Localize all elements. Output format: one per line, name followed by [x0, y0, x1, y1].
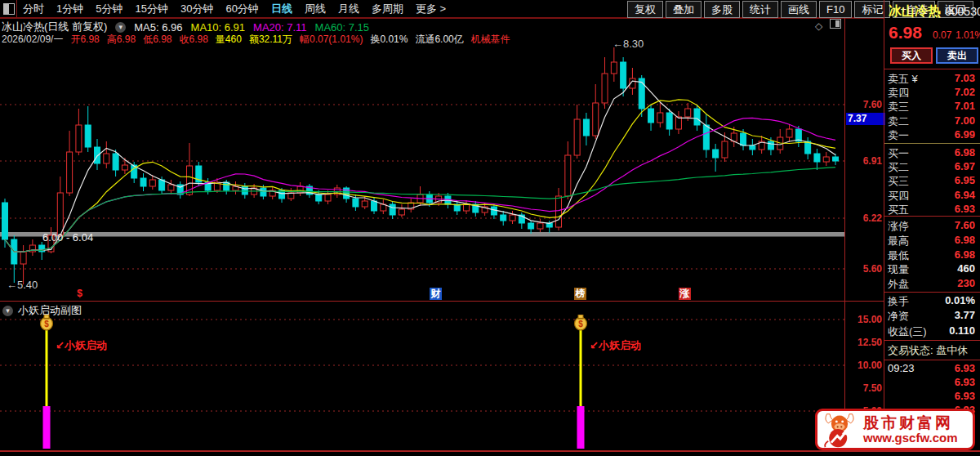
row-label: 收益(三)	[888, 324, 927, 339]
period-tab[interactable]: 5分钟	[96, 2, 122, 16]
toolbar-divider	[16, 0, 17, 17]
stock-name: 冰山冷热	[889, 3, 941, 20]
signal-label: ↙小妖启动	[590, 338, 641, 353]
sidebar-divider4	[884, 340, 980, 341]
period-tab[interactable]: 多周期	[372, 2, 403, 16]
chart-marker[interactable]: 财	[430, 288, 442, 300]
ma-values: MA5: 6.96MA10: 6.91MA20: 7.11MA60: 7.15	[134, 21, 369, 34]
row-value: 6.98	[955, 146, 975, 159]
row-label: 买三	[888, 174, 909, 189]
row-value: 6.95	[955, 174, 975, 186]
period-tab[interactable]: 更多 >	[416, 2, 446, 16]
chart-marker[interactable]: 榜	[574, 288, 586, 300]
indicator-axis-label: 7.50	[846, 382, 882, 394]
sidebar-divider	[884, 69, 980, 69]
tick-row: 6.93	[888, 376, 975, 389]
bull-icon	[821, 411, 858, 449]
stat-row: 最高6.98	[888, 234, 975, 247]
price-axis-label: 6.91	[846, 155, 882, 167]
period-tab[interactable]: 30分钟	[180, 2, 213, 16]
ma-value: MA5: 6.96	[134, 21, 182, 34]
indicator-axis-label: 10.00	[846, 360, 882, 371]
row-value: 6.97	[955, 160, 975, 172]
row-label: 买四	[888, 189, 909, 203]
ask-row: 卖二7.00	[888, 114, 975, 127]
period-tab[interactable]: 日线	[271, 2, 292, 16]
period-tab[interactable]: 周线	[305, 2, 326, 16]
row-value: 7.00	[955, 114, 975, 127]
ma-value: MA20: 7.11	[253, 21, 307, 34]
toolbar-button[interactable]: 叠加	[666, 1, 702, 18]
stat-row: 涨停7.60	[888, 219, 975, 232]
stat-row: 现量460	[888, 262, 975, 275]
row-value: 460	[957, 262, 975, 275]
row-value: 6.94	[955, 189, 975, 201]
site-logo: 股市财富网 www.gscfw.com	[815, 409, 975, 450]
bid-row: 买二6.97	[888, 160, 975, 173]
collapse-chevron-icon[interactable]: ▾	[115, 22, 126, 33]
price-axis-label: 6.22	[846, 212, 882, 224]
row-label: 现量	[888, 262, 909, 277]
price-cursor-label: 7.37	[846, 113, 885, 125]
row-label: 最高	[888, 234, 909, 248]
ask-row: 卖一6.99	[888, 128, 975, 141]
period-tab[interactable]: 月线	[338, 2, 359, 16]
period-tab[interactable]: 1分钟	[56, 2, 83, 16]
svg-text:$: $	[578, 320, 583, 329]
price-axis-label: 5.60	[846, 263, 882, 275]
bottom-border	[0, 450, 980, 452]
row-label: 换手	[888, 294, 909, 309]
stat-row: 最低6.98	[888, 248, 975, 262]
row-value: 0.01%	[945, 294, 975, 306]
logo-url[interactable]: www.gscfw.com	[863, 431, 958, 445]
sidebar-divider3	[884, 292, 980, 293]
row-label: 买一	[888, 146, 909, 161]
book-mid-divider	[884, 143, 980, 144]
last-price: 6.98	[889, 23, 922, 42]
period-tabs: 分时1分钟5分钟15分钟30分钟60分钟日线周线月线多周期更多 >	[23, 0, 446, 17]
period-tab[interactable]: 分时	[23, 2, 44, 16]
chart-marker[interactable]: 涨	[679, 288, 691, 300]
sidebar-divider2	[884, 216, 980, 217]
row-label: 09:23	[888, 362, 915, 374]
pane-layout-icon[interactable]	[830, 19, 841, 29]
buy-button[interactable]: 买入	[890, 47, 933, 64]
toolbar-button[interactable]: 复权	[627, 1, 663, 18]
row-label: 卖一	[888, 128, 909, 143]
stat-row: 外盘230	[888, 277, 975, 290]
row-value: 3.77	[955, 309, 975, 321]
ask-row: 卖三7.01	[888, 100, 975, 113]
indicator-chart[interactable]: $$	[0, 315, 844, 450]
indicator-axis-label: 12.50	[846, 337, 882, 348]
sidebar-divider5	[884, 360, 980, 360]
panel-divider[interactable]	[0, 301, 884, 302]
row-value: 7.03	[955, 72, 975, 84]
row-label: 卖四	[888, 86, 909, 101]
period-tab[interactable]: 15分钟	[135, 2, 167, 16]
price-change: 0.07	[933, 29, 951, 41]
price-axis-label: 7.60	[846, 99, 882, 110]
toolbar-button[interactable]: 统计	[742, 1, 778, 18]
sidebar-left-border	[884, 0, 884, 450]
toolbar-button[interactable]: 画线	[781, 1, 817, 18]
bid-row: 买四6.94	[888, 189, 975, 202]
toolbar-button[interactable]: 标记	[854, 1, 890, 18]
ma-value: MA60: 7.15	[315, 21, 370, 34]
row-value: 6.98	[955, 234, 975, 246]
ma-value: MA10: 6.91	[191, 21, 246, 34]
bid-row: 买一6.98	[888, 146, 975, 159]
sell-button[interactable]: 卖出	[936, 47, 978, 64]
row-value: 6.93	[955, 376, 975, 388]
split-view-icon[interactable]	[3, 3, 15, 15]
toolbar-button[interactable]: F10	[819, 1, 852, 18]
row-value: 6.99	[955, 128, 975, 141]
chart-marker[interactable]: $	[74, 288, 86, 300]
row-value: 6.98	[955, 248, 975, 261]
candlestick-chart[interactable]	[0, 44, 844, 301]
trading-app: { "toolbar": { "periods": ["分时","1分钟","5…	[0, 0, 980, 456]
tick-row: 6.93	[888, 390, 975, 403]
period-tab[interactable]: 60分钟	[225, 2, 258, 16]
toolbar-button[interactable]: 多股	[704, 1, 740, 18]
diamond-icon[interactable]: ◇	[815, 20, 822, 32]
row-label: 净资	[888, 309, 909, 324]
